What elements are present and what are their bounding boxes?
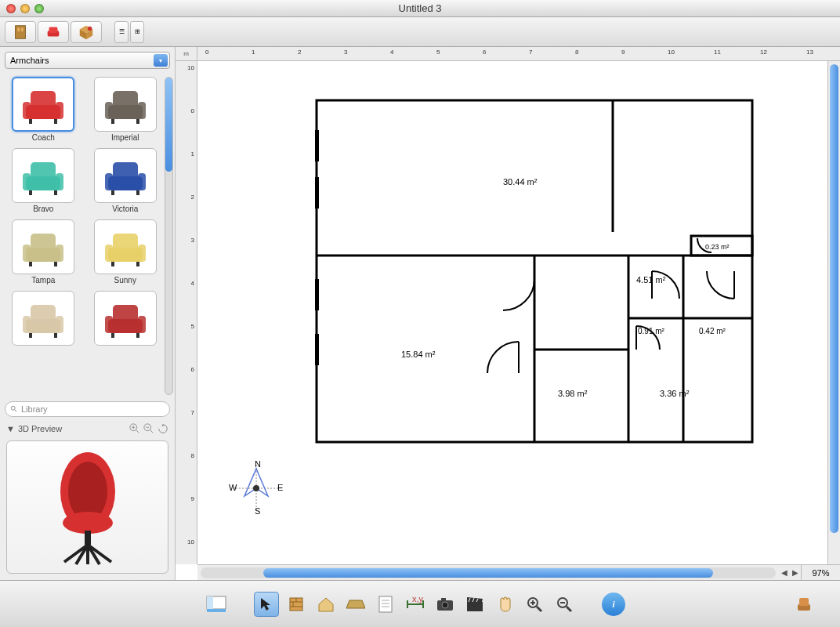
ruler-tick: 4 [390,49,393,56]
wall-button[interactable] [284,592,309,617]
library-button[interactable] [5,21,36,43]
catalog-item-label: Coach [6,133,81,142]
armchair-icon [102,297,149,340]
armchair-icon [45,24,62,41]
room-button[interactable] [313,592,339,617]
svg-rect-41 [136,262,139,266]
bottom-toolbar: x,y i [0,580,840,627]
svg-text:S: S [255,506,260,516]
floorplan-canvas[interactable]: 30.44 m² 0.23 m² 4.51 m² 15.84 m² 0.91 m… [197,61,827,564]
ruler-unit: m [176,47,197,61]
scroll-right-icon[interactable]: ▶ [790,568,801,577]
catalog-thumb [94,291,157,346]
preview-pane[interactable] [6,440,168,574]
catalog-item[interactable]: Victoria [89,148,163,213]
text-button[interactable] [373,592,398,617]
catalog-item[interactable] [89,291,163,347]
movie-button[interactable] [462,592,487,617]
svg-rect-40 [111,262,114,266]
zoom-readout[interactable]: 97% [801,565,840,580]
catalog-item[interactable]: Sunny [89,219,163,285]
room-area-label: 4.51 m² [636,275,666,285]
scroll-left-icon[interactable]: ◀ [779,568,790,577]
catalog-item-label: Sunny [89,276,163,285]
armchair-icon [20,83,67,126]
svg-rect-17 [136,119,139,124]
ruler-tick: 5 [191,323,194,330]
catalog-scrollbar[interactable] [165,77,173,395]
svg-rect-25 [113,162,138,181]
svg-rect-35 [54,262,57,266]
ruler-tick: 10 [187,538,194,545]
zoom-in-icon [526,596,543,613]
ruler-tick: 10 [668,49,675,56]
svg-rect-32 [23,245,31,262]
main-area: Armchairs ▾ Coach Imperial [0,47,840,580]
catalog-item[interactable]: Coach [6,77,81,142]
catalog-item[interactable] [6,291,81,347]
disclosure-triangle-icon[interactable]: ▼ [6,424,15,433]
list-mode-a[interactable]: ☰ [114,21,129,43]
svg-rect-38 [105,245,113,262]
category-select[interactable]: Armchairs ▾ [5,52,170,69]
svg-rect-23 [54,190,57,195]
svg-rect-37 [113,234,138,252]
ruler-tick: 2 [298,49,301,56]
svg-rect-14 [105,102,113,119]
horizontal-scroll-row: ◀ ▶ 97% [197,564,840,580]
window-title: Untitled 3 [0,2,840,14]
furniture-button[interactable] [38,21,69,43]
panel-icon [206,596,226,613]
ruler-tick: 4 [191,280,194,287]
materials-button[interactable] [71,21,102,43]
svg-rect-43 [31,305,56,324]
svg-rect-26 [105,173,113,190]
svg-rect-46 [29,333,32,338]
camera-button[interactable] [433,592,458,617]
svg-line-127 [567,607,571,611]
furniture-catalog: Coach Imperial Bravo Victoria [0,74,175,398]
render-button[interactable] [791,592,816,617]
list-mode-b[interactable]: ⊞ [130,21,144,43]
zoom-out-icon[interactable] [143,423,154,434]
reset-view-icon[interactable] [158,423,168,434]
pointer-button[interactable] [254,592,279,617]
zoom-out-button[interactable] [552,592,577,617]
sidebar: Armchairs ▾ Coach Imperial [0,47,176,580]
armchair-icon [102,83,149,126]
catalog-item[interactable]: Bravo [6,148,81,213]
canvas-area: m 012345678910111213 10012345678910 [176,47,840,580]
zoom-in-button[interactable] [522,592,547,617]
preview-header: ▼ 3D Preview [0,420,175,437]
ruler-tick: 7 [529,49,532,56]
svg-rect-129 [799,598,809,606]
info-button[interactable]: i [602,593,625,616]
hand-button[interactable] [492,592,517,617]
svg-point-65 [63,512,113,534]
catalog-item-label: Tampa [6,276,81,285]
zoom-in-icon[interactable] [129,423,140,434]
armchair-icon [20,154,67,198]
room-area-label: 0.91 m² [638,327,665,335]
horizontal-scrollbar[interactable] [201,567,776,578]
compass-icon: N S E W [229,461,284,516]
catalog-item[interactable]: Imperial [89,77,163,142]
svg-rect-116 [441,598,446,601]
catalog-thumb [12,77,74,132]
svg-rect-19 [31,162,56,181]
ruler-tick: 11 [714,49,721,56]
ruler-tick: 2 [191,194,194,201]
catalog-item[interactable]: Tampa [6,219,81,285]
panel-button[interactable] [204,592,229,617]
dimension-button[interactable]: x,y [403,592,428,617]
floor-button[interactable] [343,592,368,617]
chevron-down-icon: ▾ [154,54,168,67]
svg-rect-22 [29,190,32,195]
vertical-scrollbar[interactable] [827,61,840,564]
ruler-horizontal: 012345678910111213 [197,47,840,61]
armchair-icon [102,226,149,269]
svg-line-59 [136,430,139,433]
catalog-item-label: Imperial [89,133,163,142]
svg-rect-50 [105,316,113,333]
library-search[interactable]: Library [5,401,170,417]
